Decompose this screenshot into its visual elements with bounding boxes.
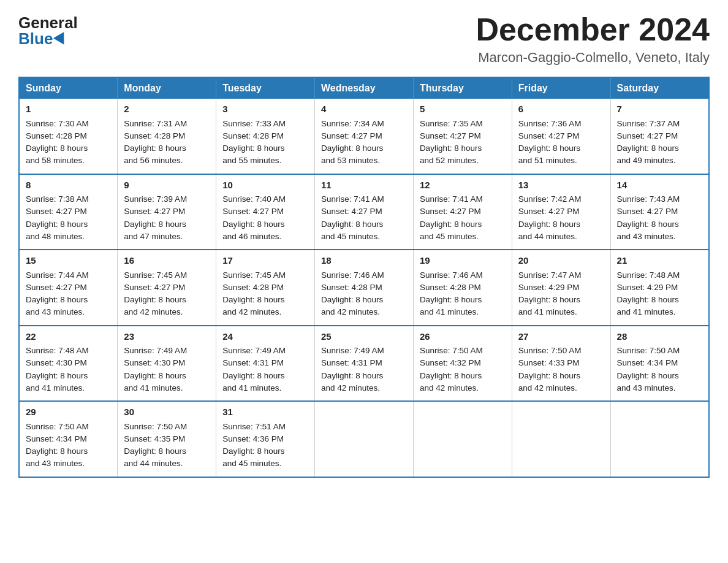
day-headers-row: SundayMondayTuesdayWednesdayThursdayFrid…	[19, 77, 709, 99]
day-number: 14	[617, 178, 702, 193]
day-number: 23	[124, 330, 210, 344]
day-number: 9	[124, 178, 210, 193]
calendar-cell: 29Sunrise: 7:50 AMSunset: 4:34 PMDayligh…	[19, 401, 118, 477]
day-number: 25	[321, 330, 407, 344]
calendar-cell: 6Sunrise: 7:36 AMSunset: 4:27 PMDaylight…	[512, 99, 610, 174]
day-number: 22	[26, 330, 111, 344]
calendar-cell	[512, 401, 610, 477]
calendar-cell: 26Sunrise: 7:50 AMSunset: 4:32 PMDayligh…	[413, 326, 512, 402]
month-year-title: December 2024	[476, 12, 710, 47]
day-number: 17	[222, 254, 308, 268]
day-number: 4	[321, 102, 407, 117]
calendar-cell: 4Sunrise: 7:34 AMSunset: 4:27 PMDaylight…	[315, 99, 414, 174]
location-subtitle: Marcon-Gaggio-Colmello, Veneto, Italy	[476, 50, 710, 66]
calendar-week-row: 8Sunrise: 7:38 AMSunset: 4:27 PMDaylight…	[19, 174, 709, 250]
day-number: 26	[420, 330, 506, 344]
calendar-week-row: 1Sunrise: 7:30 AMSunset: 4:28 PMDaylight…	[19, 99, 709, 174]
calendar-cell: 15Sunrise: 7:44 AMSunset: 4:27 PMDayligh…	[19, 250, 118, 326]
calendar-cell: 25Sunrise: 7:49 AMSunset: 4:31 PMDayligh…	[315, 326, 414, 402]
calendar-cell: 1Sunrise: 7:30 AMSunset: 4:28 PMDaylight…	[19, 99, 118, 174]
col-header-monday: Monday	[118, 77, 216, 99]
calendar-cell: 5Sunrise: 7:35 AMSunset: 4:27 PMDaylight…	[413, 99, 512, 174]
day-number: 29	[26, 405, 111, 419]
day-number: 21	[617, 254, 702, 268]
calendar-table: SundayMondayTuesdayWednesdayThursdayFrid…	[18, 77, 710, 478]
calendar-cell: 22Sunrise: 7:48 AMSunset: 4:30 PMDayligh…	[19, 326, 118, 402]
day-number: 3	[222, 102, 308, 117]
day-number: 30	[124, 405, 210, 419]
day-number: 5	[420, 102, 506, 117]
day-number: 11	[321, 178, 407, 193]
day-number: 28	[617, 330, 702, 344]
calendar-cell: 2Sunrise: 7:31 AMSunset: 4:28 PMDaylight…	[118, 99, 216, 174]
day-number: 6	[518, 102, 604, 117]
calendar-cell: 13Sunrise: 7:42 AMSunset: 4:27 PMDayligh…	[512, 174, 610, 250]
calendar-cell: 27Sunrise: 7:50 AMSunset: 4:33 PMDayligh…	[512, 326, 610, 402]
day-number: 27	[518, 330, 604, 344]
logo: General Blue	[18, 12, 78, 47]
calendar-cell: 28Sunrise: 7:50 AMSunset: 4:34 PMDayligh…	[610, 326, 709, 402]
day-number: 10	[222, 178, 308, 193]
calendar-cell: 11Sunrise: 7:41 AMSunset: 4:27 PMDayligh…	[315, 174, 414, 250]
col-header-friday: Friday	[512, 77, 610, 99]
col-header-wednesday: Wednesday	[315, 77, 414, 99]
logo-general-text: General	[18, 15, 78, 31]
day-number: 19	[420, 254, 506, 268]
calendar-cell: 23Sunrise: 7:49 AMSunset: 4:30 PMDayligh…	[118, 326, 216, 402]
logo-triangle-icon	[53, 32, 69, 48]
col-header-thursday: Thursday	[413, 77, 512, 99]
calendar-week-row: 22Sunrise: 7:48 AMSunset: 4:30 PMDayligh…	[19, 326, 709, 402]
page-header: General Blue December 2024 Marcon-Gaggio…	[18, 12, 710, 66]
calendar-cell: 20Sunrise: 7:47 AMSunset: 4:29 PMDayligh…	[512, 250, 610, 326]
day-number: 7	[617, 102, 702, 117]
day-number: 31	[222, 405, 308, 419]
day-number: 12	[420, 178, 506, 193]
day-number: 8	[26, 178, 111, 193]
calendar-cell	[610, 401, 709, 477]
day-number: 13	[518, 178, 604, 193]
day-number: 15	[26, 254, 111, 268]
day-number: 24	[222, 330, 308, 344]
day-number: 16	[124, 254, 210, 268]
calendar-cell: 14Sunrise: 7:43 AMSunset: 4:27 PMDayligh…	[610, 174, 709, 250]
calendar-cell: 8Sunrise: 7:38 AMSunset: 4:27 PMDaylight…	[19, 174, 118, 250]
calendar-cell: 17Sunrise: 7:45 AMSunset: 4:28 PMDayligh…	[216, 250, 315, 326]
calendar-cell: 16Sunrise: 7:45 AMSunset: 4:27 PMDayligh…	[118, 250, 216, 326]
calendar-cell	[315, 401, 414, 477]
calendar-cell: 31Sunrise: 7:51 AMSunset: 4:36 PMDayligh…	[216, 401, 315, 477]
calendar-cell: 9Sunrise: 7:39 AMSunset: 4:27 PMDaylight…	[118, 174, 216, 250]
day-number: 1	[26, 102, 111, 117]
calendar-cell: 30Sunrise: 7:50 AMSunset: 4:35 PMDayligh…	[118, 401, 216, 477]
day-number: 20	[518, 254, 604, 268]
col-header-saturday: Saturday	[610, 77, 709, 99]
calendar-week-row: 29Sunrise: 7:50 AMSunset: 4:34 PMDayligh…	[19, 401, 709, 477]
day-number: 2	[124, 102, 210, 117]
calendar-week-row: 15Sunrise: 7:44 AMSunset: 4:27 PMDayligh…	[19, 250, 709, 326]
calendar-cell: 21Sunrise: 7:48 AMSunset: 4:29 PMDayligh…	[610, 250, 709, 326]
calendar-cell: 12Sunrise: 7:41 AMSunset: 4:27 PMDayligh…	[413, 174, 512, 250]
col-header-sunday: Sunday	[19, 77, 118, 99]
calendar-cell: 3Sunrise: 7:33 AMSunset: 4:28 PMDaylight…	[216, 99, 315, 174]
calendar-cell	[413, 401, 512, 477]
logo-blue-text: Blue	[18, 31, 67, 47]
calendar-cell: 24Sunrise: 7:49 AMSunset: 4:31 PMDayligh…	[216, 326, 315, 402]
col-header-tuesday: Tuesday	[216, 77, 315, 99]
calendar-cell: 10Sunrise: 7:40 AMSunset: 4:27 PMDayligh…	[216, 174, 315, 250]
calendar-title-area: December 2024 Marcon-Gaggio-Colmello, Ve…	[476, 12, 710, 66]
calendar-cell: 18Sunrise: 7:46 AMSunset: 4:28 PMDayligh…	[315, 250, 414, 326]
calendar-cell: 19Sunrise: 7:46 AMSunset: 4:28 PMDayligh…	[413, 250, 512, 326]
day-number: 18	[321, 254, 407, 268]
calendar-cell: 7Sunrise: 7:37 AMSunset: 4:27 PMDaylight…	[610, 99, 709, 174]
